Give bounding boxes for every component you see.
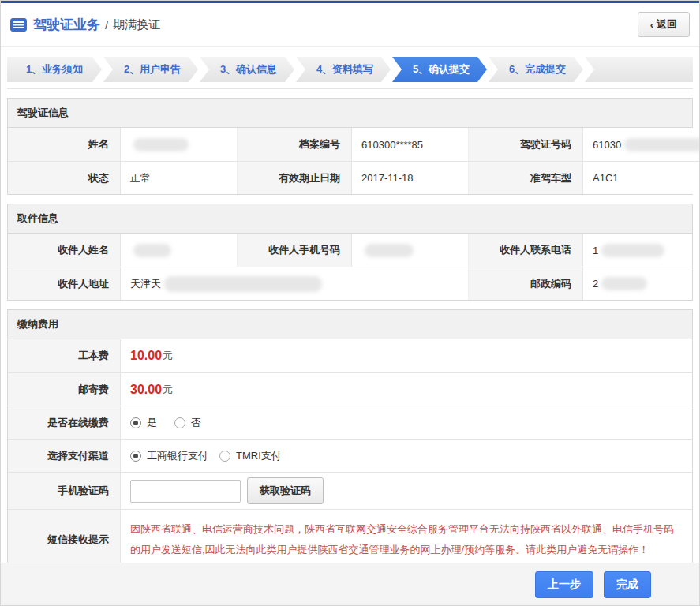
pickup-section-title: 取件信息 bbox=[8, 204, 692, 234]
online-payment-yes-label[interactable]: 是 bbox=[147, 416, 157, 430]
channel-tmri-label[interactable]: TMRI支付 bbox=[236, 449, 282, 463]
sms-code-row: 获取验证码 bbox=[120, 472, 692, 509]
step-label: 4、资料填写 bbox=[316, 62, 373, 77]
recipient-phone-label: 收件人联系电话 bbox=[468, 234, 582, 267]
production-fee-value: 10.00元 bbox=[120, 339, 692, 372]
sms-code-label: 手机验证码 bbox=[8, 472, 120, 509]
status-label: 状态 bbox=[8, 161, 120, 194]
sms-notice-cell: 因陕西省联通、电信运营商技术问题，陕西省互联网交通安全综合服务管理平台无法向持陕… bbox=[120, 509, 692, 570]
sms-notice-text: 因陕西省联通、电信运营商技术问题，陕西省互联网交通安全综合服务管理平台无法向持陕… bbox=[130, 514, 683, 565]
recipient-mobile-label: 收件人手机号码 bbox=[237, 234, 351, 267]
form-list-icon bbox=[10, 18, 27, 32]
footer-action-bar: 上一步 完成 bbox=[1, 563, 699, 605]
name-value bbox=[120, 128, 237, 161]
payment-table: 工本费 10.00元 邮寄费 30.00元 是否在线缴费 是 否 选择支付渠道 … bbox=[8, 339, 692, 570]
payment-section-title: 缴纳费用 bbox=[8, 310, 692, 339]
finish-button[interactable]: 完成 bbox=[604, 571, 651, 598]
step-2-user-declaration[interactable]: 2、用户申告 bbox=[103, 57, 198, 82]
postal-code-label: 邮政编码 bbox=[468, 267, 582, 300]
production-fee-label: 工本费 bbox=[8, 339, 120, 372]
valid-until-value: 2017-11-18 bbox=[351, 161, 468, 194]
step-1-business-notice[interactable]: 1、业务须知 bbox=[7, 57, 102, 82]
online-payment-label: 是否在线缴费 bbox=[8, 406, 120, 439]
recipient-address-label: 收件人地址 bbox=[8, 267, 120, 300]
license-section-title: 驾驶证信息 bbox=[8, 99, 692, 128]
online-payment-yes-radio[interactable] bbox=[130, 417, 141, 428]
wizard-steps: 1、业务须知 2、用户申告 3、确认信息 4、资料填写 5、确认提交 6、完成提… bbox=[7, 57, 693, 82]
online-payment-no-radio[interactable] bbox=[174, 417, 185, 428]
back-button-label: 返回 bbox=[657, 17, 677, 32]
mailing-fee-amount: 30.00 bbox=[130, 383, 162, 397]
payment-channel-options: 工商银行支付 TMRI支付 bbox=[120, 439, 692, 472]
page: 驾驶证业务 / 期满换证 ‹ 返回 1、业务须知 2、用户申告 3、确认信息 4… bbox=[0, 0, 700, 606]
address-visible-prefix: 天津天 bbox=[130, 277, 161, 291]
postal-code-value: 2 bbox=[582, 267, 692, 300]
step-label: 1、业务须知 bbox=[26, 62, 83, 77]
recipient-phone-value: 1 bbox=[582, 234, 692, 267]
valid-until-label: 有效期止日期 bbox=[237, 161, 351, 194]
previous-step-button[interactable]: 上一步 bbox=[535, 571, 593, 598]
fee-unit: 元 bbox=[163, 383, 173, 397]
redacted-value bbox=[601, 244, 664, 257]
channel-icbc-label[interactable]: 工商银行支付 bbox=[147, 449, 208, 463]
production-fee-amount: 10.00 bbox=[130, 349, 162, 363]
step-label: 5、确认提交 bbox=[413, 62, 470, 77]
get-sms-code-button[interactable]: 获取验证码 bbox=[247, 477, 324, 504]
redacted-value bbox=[164, 276, 322, 292]
chevron-left-icon: ‹ bbox=[650, 19, 653, 31]
mailing-fee-label: 邮寄费 bbox=[8, 372, 120, 406]
status-value: 正常 bbox=[120, 161, 237, 194]
online-payment-options: 是 否 bbox=[120, 406, 692, 439]
redacted-value bbox=[133, 138, 189, 152]
recipient-address-value: 天津天 bbox=[120, 267, 468, 300]
back-button[interactable]: ‹ 返回 bbox=[638, 12, 690, 37]
license-no-label: 驾驶证号码 bbox=[468, 128, 582, 161]
mailing-fee-value: 30.00元 bbox=[120, 372, 692, 406]
license-info-table: 姓名 档案编号 610300****85 驾驶证号码 61030 状态 正常 有… bbox=[8, 128, 692, 194]
step-label: 2、用户申告 bbox=[124, 62, 181, 77]
redacted-value bbox=[365, 244, 414, 257]
name-label: 姓名 bbox=[8, 128, 120, 161]
license-no-value: 61030 bbox=[582, 128, 700, 161]
step-6-complete-submit[interactable]: 6、完成提交 bbox=[489, 57, 583, 82]
license-no-visible-prefix: 61030 bbox=[593, 139, 621, 151]
steps-filler-bar bbox=[585, 57, 693, 82]
redacted-value bbox=[133, 244, 171, 257]
file-no-label: 档案编号 bbox=[237, 128, 351, 161]
recipient-name-value bbox=[120, 234, 237, 267]
sms-notice-label: 短信接收提示 bbox=[8, 509, 120, 570]
step-3-confirm-info[interactable]: 3、确认信息 bbox=[200, 57, 294, 82]
breadcrumb-separator: / bbox=[105, 18, 108, 32]
redacted-value bbox=[624, 138, 700, 152]
file-no-value: 610300****85 bbox=[351, 128, 468, 161]
vehicle-class-label: 准驾车型 bbox=[468, 161, 582, 194]
sms-code-input[interactable] bbox=[130, 480, 241, 503]
step-4-fill-materials[interactable]: 4、资料填写 bbox=[296, 57, 391, 82]
pickup-info-section: 取件信息 收件人姓名 收件人手机号码 收件人联系电话 1 收件人地址 天津天 邮… bbox=[7, 204, 693, 301]
page-title: 驾驶证业务 bbox=[33, 16, 100, 34]
step-label: 6、完成提交 bbox=[509, 62, 566, 77]
vehicle-class-value: A1C1 bbox=[582, 161, 700, 194]
payment-section: 缴纳费用 工本费 10.00元 邮寄费 30.00元 是否在线缴费 是 否 选择… bbox=[7, 309, 693, 570]
fee-unit: 元 bbox=[163, 349, 173, 363]
recipient-name-label: 收件人姓名 bbox=[8, 234, 120, 267]
phone-visible-prefix: 1 bbox=[593, 245, 598, 256]
pickup-info-table: 收件人姓名 收件人手机号码 收件人联系电话 1 收件人地址 天津天 邮政编码 2 bbox=[8, 234, 692, 300]
step-5-confirm-submit[interactable]: 5、确认提交 bbox=[392, 57, 487, 82]
online-payment-no-label[interactable]: 否 bbox=[191, 416, 201, 430]
step-label: 3、确认信息 bbox=[220, 62, 277, 77]
header: 驾驶证业务 / 期满换证 ‹ 返回 bbox=[1, 3, 699, 47]
redacted-value bbox=[601, 277, 647, 290]
divider bbox=[7, 88, 693, 89]
breadcrumb-current: 期满换证 bbox=[113, 17, 160, 32]
channel-icbc-radio[interactable] bbox=[130, 451, 141, 462]
channel-tmri-radio[interactable] bbox=[219, 451, 230, 462]
license-info-section: 驾驶证信息 姓名 档案编号 610300****85 驾驶证号码 61030 状… bbox=[7, 98, 693, 195]
postal-visible-prefix: 2 bbox=[593, 278, 598, 290]
recipient-mobile-value bbox=[351, 234, 468, 267]
payment-channel-label: 选择支付渠道 bbox=[8, 439, 120, 472]
